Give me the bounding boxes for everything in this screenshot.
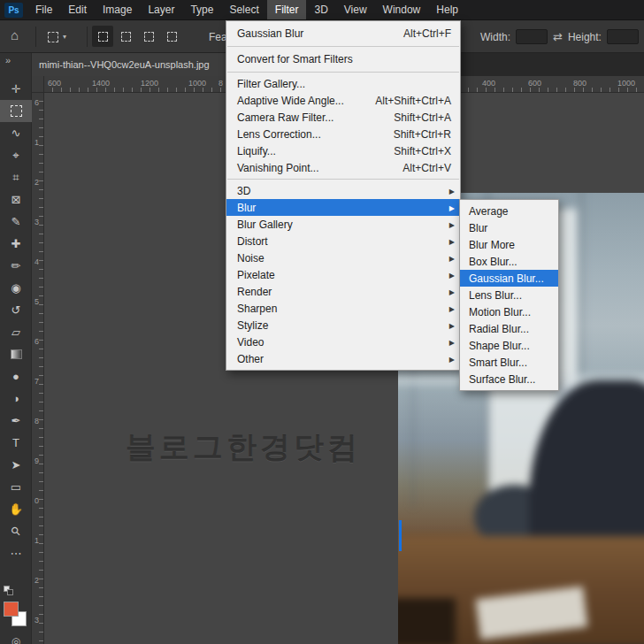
clone-stamp-tool[interactable]: ◉	[0, 277, 32, 299]
blur-submenu-item-box-blur[interactable]: Box Blur...	[460, 253, 558, 270]
blur-submenu-item-lens-blur[interactable]: Lens Blur...	[460, 287, 558, 303]
lasso-tool[interactable]: ∿	[0, 122, 32, 144]
filter-menu-item-gaussian-blur[interactable]: Gaussian BlurAlt+Ctrl+F	[226, 24, 460, 43]
photoshop-logo[interactable]: Ps	[4, 3, 23, 18]
blur-submenu-item-shape-blur[interactable]: Shape Blur...	[460, 337, 558, 354]
blur-submenu-item-average[interactable]: Average	[460, 203, 558, 219]
filter-menu-item-convert-for-smart-filters[interactable]: Convert for Smart Filters	[226, 50, 460, 69]
shortcut-label: Shift+Ctrl+A	[380, 111, 451, 124]
menubar-item-filter[interactable]: Filter	[267, 0, 307, 19]
foreground-color-swatch[interactable]	[4, 602, 19, 617]
filter-menu-item-other[interactable]: Other▶	[226, 350, 460, 367]
brush-tool[interactable]: ✏	[0, 255, 32, 277]
filter-menu-item-video[interactable]: Video▶	[226, 334, 460, 350]
options-separator	[35, 27, 36, 47]
menubar: Ps FileEditImageLayerTypeSelectFilter3DV…	[0, 0, 644, 20]
ruler-corner	[32, 76, 44, 93]
intersect-selection-icon[interactable]	[161, 26, 182, 47]
submenu-arrow-icon: ▶	[449, 203, 455, 211]
ruler-label: 1000	[188, 79, 206, 88]
rectangular-marquee-tool[interactable]	[0, 100, 32, 122]
filter-menu-item-adaptive-wide-angle[interactable]: Adaptive Wide Angle...Alt+Shift+Ctrl+A	[226, 92, 460, 109]
healing-brush-tool[interactable]: ✚	[0, 233, 32, 255]
crop-tool[interactable]: ⌗	[0, 166, 32, 188]
filter-menu-item-stylize[interactable]: Stylize▶	[226, 317, 460, 334]
menubar-item-window[interactable]: Window	[375, 0, 429, 19]
pen-tool[interactable]: ✒	[0, 410, 32, 432]
filter-menu-item-blur-gallery[interactable]: Blur Gallery▶	[226, 216, 460, 233]
ruler-label: 8	[218, 79, 223, 88]
quick-selection-tool[interactable]: ⌖	[0, 144, 32, 166]
blur-submenu-item-blur[interactable]: Blur	[460, 219, 558, 236]
submenu-arrow-icon: ▶	[449, 254, 455, 262]
menubar-item-edit[interactable]: Edit	[60, 0, 95, 19]
pen-tool-icon: ✒	[12, 415, 21, 426]
move-tool-icon: ✛	[12, 83, 21, 95]
menubar-item-layer[interactable]: Layer	[140, 0, 182, 19]
watermark-text: 블로그한경닷컴	[126, 427, 361, 468]
shortcut-label: Alt+Ctrl+F	[389, 27, 451, 40]
submenu-arrow-icon: ▶	[449, 288, 455, 295]
blur-submenu-item-radial-blur[interactable]: Radial Blur...	[460, 320, 558, 337]
rectangle-tool[interactable]: ▭	[0, 476, 32, 498]
filter-menu-item-3d[interactable]: 3D▶	[226, 182, 460, 199]
swap-dimensions-icon[interactable]: ⇄	[553, 30, 563, 43]
shortcut-label: Alt+Ctrl+V	[388, 162, 451, 174]
filter-menu-item-lens-correction[interactable]: Lens Correction...Shift+Ctrl+R	[226, 126, 460, 142]
zoom-tool[interactable]: ⚲	[0, 520, 32, 542]
path-selection-tool-icon: ➤	[12, 459, 21, 471]
menubar-item-3d[interactable]: 3D	[306, 0, 335, 19]
eraser-tool[interactable]: ▱	[0, 321, 32, 343]
filter-menu-item-distort[interactable]: Distort▶	[226, 233, 460, 249]
width-input[interactable]	[516, 29, 548, 44]
blur-submenu-item-gaussian-blur[interactable]: Gaussian Blur...	[460, 270, 558, 287]
height-input[interactable]	[607, 29, 639, 44]
dodge-tool[interactable]: ◑	[0, 387, 32, 410]
gradient-tool[interactable]	[0, 343, 32, 365]
eyedropper-tool[interactable]: ✎	[0, 211, 32, 233]
menubar-item-type[interactable]: Type	[182, 0, 221, 19]
blur-submenu-item-surface-blur[interactable]: Surface Blur...	[460, 371, 558, 387]
filter-menu-item-vanishing-point[interactable]: Vanishing Point...Alt+Ctrl+V	[226, 159, 460, 176]
menubar-item-help[interactable]: Help	[428, 0, 466, 19]
vertical-ruler[interactable]: 61234567890123	[32, 93, 44, 644]
blur-submenu-item-smart-blur[interactable]: Smart Blur...	[460, 354, 558, 371]
frame-tool[interactable]: ⊠	[0, 188, 32, 211]
home-icon[interactable]: ⌂	[11, 27, 19, 42]
history-brush-tool[interactable]: ↺	[0, 299, 32, 321]
menubar-item-select[interactable]: Select	[221, 0, 266, 19]
ruler-label: 600	[48, 79, 61, 88]
subtract-from-selection-icon[interactable]	[138, 26, 159, 47]
type-tool[interactable]: T	[0, 432, 32, 454]
submenu-arrow-icon: ▶	[449, 355, 455, 363]
default-colors-icon[interactable]	[4, 586, 14, 596]
menu-separator	[227, 46, 459, 47]
filter-menu-item-noise[interactable]: Noise▶	[226, 249, 460, 266]
filter-menu-item-render[interactable]: Render▶	[226, 283, 460, 300]
blur-submenu-item-motion-blur[interactable]: Motion Blur...	[460, 303, 558, 320]
submenu-arrow-icon: ▶	[449, 237, 455, 245]
tool-preset-button[interactable]: ▾	[44, 27, 81, 46]
more-tools[interactable]: ⋯	[0, 542, 32, 564]
height-label: Height:	[568, 31, 602, 43]
blur-tool[interactable]: ●	[0, 365, 32, 387]
path-selection-tool[interactable]: ➤	[0, 454, 32, 476]
move-tool[interactable]: ✛	[0, 78, 32, 100]
filter-menu-item-filter-gallery[interactable]: Filter Gallery...	[226, 75, 460, 92]
menubar-item-file[interactable]: File	[27, 0, 60, 19]
menubar-item-view[interactable]: View	[336, 0, 375, 19]
filter-menu-item-liquify[interactable]: Liquify...Shift+Ctrl+X	[226, 142, 460, 159]
filter-menu: Gaussian BlurAlt+Ctrl+FConvert for Smart…	[226, 20, 461, 371]
add-to-selection-icon[interactable]	[115, 26, 136, 47]
menubar-item-image[interactable]: Image	[95, 0, 140, 19]
zoom-tool-icon: ⚲	[9, 525, 23, 539]
quick-mask-icon[interactable]: ◎	[0, 635, 32, 644]
filter-menu-item-pixelate[interactable]: Pixelate▶	[226, 266, 460, 283]
new-selection-icon[interactable]	[92, 26, 113, 47]
blur-submenu-item-blur-more[interactable]: Blur More	[460, 236, 558, 253]
filter-menu-item-sharpen[interactable]: Sharpen▶	[226, 300, 460, 317]
filter-menu-item-camera-raw-filter[interactable]: Camera Raw Filter...Shift+Ctrl+A	[226, 109, 460, 126]
hand-tool[interactable]: ✋	[0, 498, 32, 520]
filter-menu-item-blur[interactable]: Blur▶	[226, 199, 460, 216]
collapse-panels-icon[interactable]: »	[0, 53, 31, 67]
